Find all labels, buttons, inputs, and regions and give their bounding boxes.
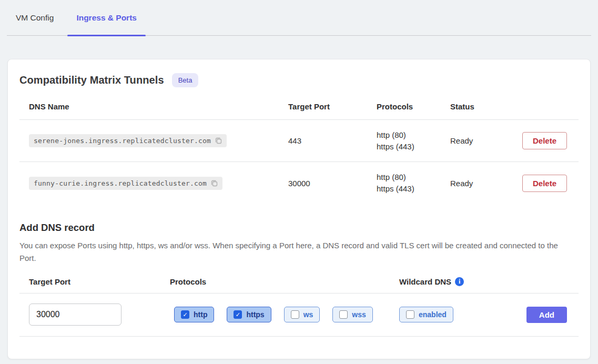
col-header-target-port: Target Port	[288, 102, 377, 111]
copy-icon[interactable]	[210, 179, 218, 187]
table-row: funny-curie.ingress.replicatedcluster.co…	[19, 162, 579, 204]
checkbox-icon	[339, 310, 348, 319]
tab-ingress-ports[interactable]: Ingress & Ports	[67, 0, 146, 35]
ws-checkbox[interactable]: ws	[284, 307, 320, 322]
tab-bar: VM Config Ingress & Ports	[7, 0, 591, 36]
dns-name-pill: funny-curie.ingress.replicatedcluster.co…	[29, 177, 222, 190]
delete-button[interactable]: Delete	[522, 132, 567, 149]
protocol-line: https (443)	[377, 141, 450, 153]
checkbox-icon	[181, 310, 189, 319]
tunnels-card: Compatibility Matrix Tunnels Beta DNS Na…	[7, 59, 591, 359]
protocol-checkbox-group: http https ws wss	[170, 307, 399, 322]
protocol-line: https (443)	[377, 183, 450, 195]
status-value: Ready	[450, 136, 503, 145]
target-port-value: 30000	[288, 179, 377, 188]
status-value: Ready	[450, 179, 503, 188]
col-header-status: Status	[450, 102, 503, 111]
tab-ingress-ports-label: Ingress & Ports	[76, 13, 137, 23]
protocol-line: http (80)	[377, 129, 450, 141]
http-checkbox[interactable]: http	[174, 307, 214, 322]
form-header-wildcard-dns: Wildcard DNS i	[399, 277, 525, 286]
ws-checkbox-label: ws	[303, 310, 313, 319]
wss-checkbox-label: wss	[352, 310, 366, 319]
table-header-row: DNS Name Target Port Protocols Status	[19, 94, 579, 120]
page-title: Compatibility Matrix Tunnels	[19, 74, 164, 86]
checkbox-icon	[406, 310, 414, 319]
add-dns-form-row: http https ws wss enabled Add	[19, 294, 579, 336]
dns-name-pill: serene-jones.ingress.replicatedcluster.c…	[29, 134, 227, 147]
form-header-row: Target Port Protocols Wildcard DNS i	[19, 277, 579, 286]
form-header-protocols: Protocols	[170, 277, 399, 286]
card-header: Compatibility Matrix Tunnels Beta	[19, 73, 579, 87]
add-button[interactable]: Add	[526, 307, 567, 323]
dns-name-value: serene-jones.ingress.replicatedcluster.c…	[34, 137, 211, 145]
protocols-value: http (80) https (443)	[377, 129, 450, 153]
info-icon[interactable]: i	[455, 277, 464, 286]
add-dns-title: Add DNS record	[19, 222, 579, 234]
target-port-input[interactable]	[29, 304, 121, 326]
add-dns-description: You can expose Ports using http, https, …	[19, 239, 561, 265]
form-header-target-port: Target Port	[19, 277, 170, 286]
delete-button[interactable]: Delete	[522, 175, 567, 192]
http-checkbox-label: http	[194, 310, 207, 319]
dns-name-value: funny-curie.ingress.replicatedcluster.co…	[34, 179, 207, 187]
copy-icon[interactable]	[215, 137, 222, 145]
https-checkbox[interactable]: https	[227, 307, 271, 322]
col-header-protocols: Protocols	[377, 101, 450, 113]
target-port-value: 443	[288, 136, 377, 145]
divider	[19, 336, 579, 337]
wildcard-dns-label: Wildcard DNS	[399, 277, 451, 286]
wildcard-enabled-label: enabled	[419, 310, 447, 319]
protocols-value: http (80) https (443)	[377, 171, 450, 195]
https-checkbox-label: https	[246, 310, 264, 319]
col-header-dns-name: DNS Name	[19, 102, 288, 111]
checkbox-icon	[234, 310, 242, 319]
protocol-line: http (80)	[377, 171, 450, 183]
beta-badge: Beta	[172, 73, 199, 87]
wss-checkbox[interactable]: wss	[332, 307, 372, 322]
tab-vm-config[interactable]: VM Config	[7, 0, 63, 35]
tab-vm-config-label: VM Config	[16, 13, 54, 23]
table-row: serene-jones.ingress.replicatedcluster.c…	[19, 120, 579, 162]
checkbox-icon	[291, 310, 299, 319]
wildcard-enabled-checkbox[interactable]: enabled	[399, 307, 453, 322]
